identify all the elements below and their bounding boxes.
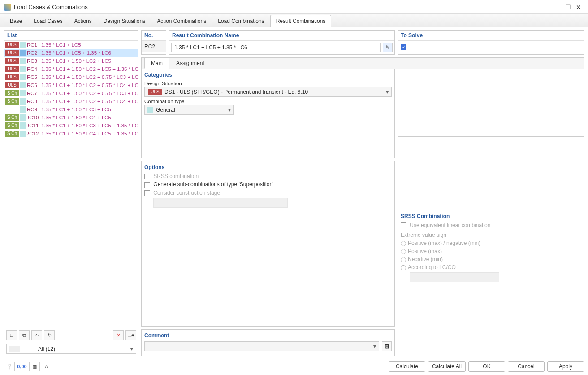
list-row[interactable]: S ChRC121.35 * LC1 + 1.50 * LC4 + LC5 + …	[4, 130, 138, 138]
recalc-button[interactable]: ↻	[44, 330, 55, 340]
categories-title: Categories	[144, 72, 392, 78]
options-section: Options SRSS combination Generate sub-co…	[141, 161, 395, 327]
row-formula: 1.35 * LC1 + 1.50 * LC2 + 0.75 * LC4 + L…	[39, 83, 138, 88]
delete-button[interactable]: ✕	[113, 330, 124, 340]
new-button[interactable]: □	[6, 330, 17, 340]
list-row[interactable]: ULSRC11.35 * LC1 + LC5	[4, 41, 138, 49]
row-formula: 1.35 * LC1 + 1.50 * LC2 + 0.75 * LC3 + L…	[39, 91, 138, 96]
close-button[interactable]: ✕	[573, 4, 584, 11]
tab-load-cases[interactable]: Load Cases	[28, 15, 68, 27]
list-row[interactable]: ULSRC41.35 * LC1 + 1.50 * LC2 + LC5 + 1.…	[4, 65, 138, 73]
sign-label: Extreme value sign	[401, 232, 581, 238]
eq-linear-label: Use equivalent linear combination	[410, 222, 490, 228]
gen-label: Generate sub-combinations of type 'Super…	[153, 181, 273, 188]
list-panel: List ULSRC11.35 * LC1 + LC5ULSRC21.35 * …	[4, 30, 138, 356]
edit-name-button[interactable]: ✎	[383, 43, 393, 52]
content-area: List ULSRC11.35 * LC1 + LC5ULSRC21.35 * …	[0, 27, 588, 358]
cons-option: Consider construction stage	[144, 190, 392, 196]
list-row[interactable]: ULSRC21.35 * LC1 + LC5 + 1.35 * LC6	[4, 49, 138, 57]
chart-button[interactable]: ▥	[29, 362, 40, 371]
minimize-button[interactable]: —	[552, 4, 562, 11]
radio-pos	[401, 249, 406, 254]
comment-input[interactable]	[144, 341, 379, 351]
row-formula: 1.35 * LC1 + 1.50 * LC2 + LC5 + 1.35 * L…	[39, 66, 138, 72]
check-button[interactable]: ✓◦	[31, 330, 42, 340]
list-row[interactable]: S ChRC111.35 * LC1 + 1.50 * LC3 + LC5 + …	[4, 122, 138, 130]
comment-image-button[interactable]: 🖼	[382, 341, 392, 351]
list-row[interactable]: ULSRC31.35 * LC1 + 1.50 * LC2 + LC5	[4, 57, 138, 65]
preview-box-top	[398, 69, 584, 137]
help-button[interactable]: ❔	[4, 362, 15, 371]
copy-button[interactable]: ⧉	[19, 330, 30, 340]
row-swatch	[20, 42, 26, 48]
row-id: RC7	[26, 91, 39, 96]
row-swatch	[20, 58, 26, 64]
tab-actions[interactable]: Actions	[68, 15, 97, 27]
row-id: RC10	[26, 115, 39, 120]
row-badge: ULS	[5, 58, 19, 64]
tab-main[interactable]: Main	[144, 58, 169, 69]
options-title: Options	[144, 164, 392, 170]
cons-label: Consider construction stage	[153, 190, 220, 196]
tab-result-combinations[interactable]: Result Combinations	[270, 15, 332, 27]
gen-option[interactable]: Generate sub-combinations of type 'Super…	[144, 181, 392, 188]
list-row[interactable]: S ChRC71.35 * LC1 + 1.50 * LC2 + 0.75 * …	[4, 89, 138, 97]
fx-button[interactable]: fx	[42, 362, 52, 371]
layout-button[interactable]: ▭▾	[125, 330, 136, 340]
filter-swatch	[9, 346, 20, 352]
cancel-button[interactable]: Cancel	[508, 361, 545, 372]
calculate-button[interactable]: Calculate	[389, 361, 425, 372]
row-id: RC9	[26, 107, 39, 112]
tab-base[interactable]: Base	[4, 15, 28, 27]
row-badge: S Ch	[5, 131, 19, 137]
row-badge: ULS	[5, 82, 19, 88]
list-row[interactable]: ULSRC51.35 * LC1 + 1.50 * LC2 + 0.75 * L…	[4, 73, 138, 81]
generate-sub-checkbox[interactable]	[144, 182, 150, 188]
row-swatch	[20, 90, 26, 96]
ct-label: Combination type	[144, 99, 392, 104]
row-formula: 1.35 * LC1 + 1.50 * LC3 + LC5	[39, 107, 138, 112]
ok-button[interactable]: OK	[468, 361, 505, 372]
ds-value: DS1 - ULS (STR/GEO) - Permanent and tran…	[164, 89, 308, 95]
list-row[interactable]: ULSRC61.35 * LC1 + 1.50 * LC2 + 0.75 * L…	[4, 81, 138, 89]
ct-value: General	[156, 107, 175, 113]
units-button[interactable]: 0,00	[17, 362, 27, 371]
srss-checkbox	[144, 174, 150, 179]
row-id: RC12	[26, 131, 39, 136]
ds-label: Design Situation	[144, 81, 392, 86]
name-input[interactable]: 1.35 * LC1 + LC5 + 1.35 * LC6	[171, 43, 381, 52]
row-formula: 1.35 * LC1 + LC5 + 1.35 * LC6	[39, 50, 138, 56]
categories-section: Categories Design Situation ULS DS1 - UL…	[141, 69, 395, 158]
tab-assignment[interactable]: Assignment	[169, 58, 211, 69]
srss-title: SRSS Combination	[401, 213, 581, 219]
preview-box-bottom	[398, 288, 584, 356]
row-swatch	[20, 82, 26, 88]
top-row: No. RC2 Result Combination Name 1.35 * L…	[141, 30, 584, 55]
combination-type-select[interactable]: General	[144, 105, 234, 115]
row-id: RC3	[26, 58, 39, 64]
name-box: Result Combination Name 1.35 * LC1 + LC5…	[169, 30, 395, 55]
row-formula: 1.35 * LC1 + 1.50 * LC2 + 0.75 * LC3 + L…	[39, 74, 138, 80]
apply-button[interactable]: Apply	[547, 361, 584, 372]
sub-tabs: Main Assignment	[141, 57, 584, 69]
list-row[interactable]: RC91.35 * LC1 + 1.50 * LC3 + LC5	[4, 105, 138, 113]
comment-section: Comment 🖼	[141, 329, 395, 356]
tab-design-situations[interactable]: Design Situations	[98, 15, 151, 27]
app-icon	[4, 4, 11, 11]
list-toolbar: □ ⧉ ✓◦ ↻ ✕ ▭▾	[4, 328, 138, 342]
radio-neg	[401, 257, 406, 262]
tab-load-combinations[interactable]: Load Combinations	[212, 15, 270, 27]
r4-label: According to LC/CO	[408, 264, 456, 270]
filter-select[interactable]: All (12)	[6, 344, 136, 354]
design-situation-select[interactable]: ULS DS1 - ULS (STR/GEO) - Permanent and …	[144, 87, 392, 97]
r2-label: Positive (max)	[408, 248, 442, 254]
row-formula: 1.35 * LC1 + 1.50 * LC3 + LC5 + 1.35 * L…	[39, 123, 138, 128]
tab-action-combinations[interactable]: Action Combinations	[151, 15, 212, 27]
list-row[interactable]: S ChRC101.35 * LC1 + 1.50 * LC4 + LC5	[4, 113, 138, 122]
solve-checkbox[interactable]: ✓	[401, 44, 406, 50]
r3-label: Negative (min)	[408, 256, 443, 262]
row-id: RC5	[26, 74, 39, 80]
calculate-all-button[interactable]: Calculate All	[428, 361, 466, 372]
list-row[interactable]: S ChRC81.35 * LC1 + 1.50 * LC2 + 0.75 * …	[4, 97, 138, 105]
maximize-button[interactable]: ☐	[562, 4, 573, 11]
